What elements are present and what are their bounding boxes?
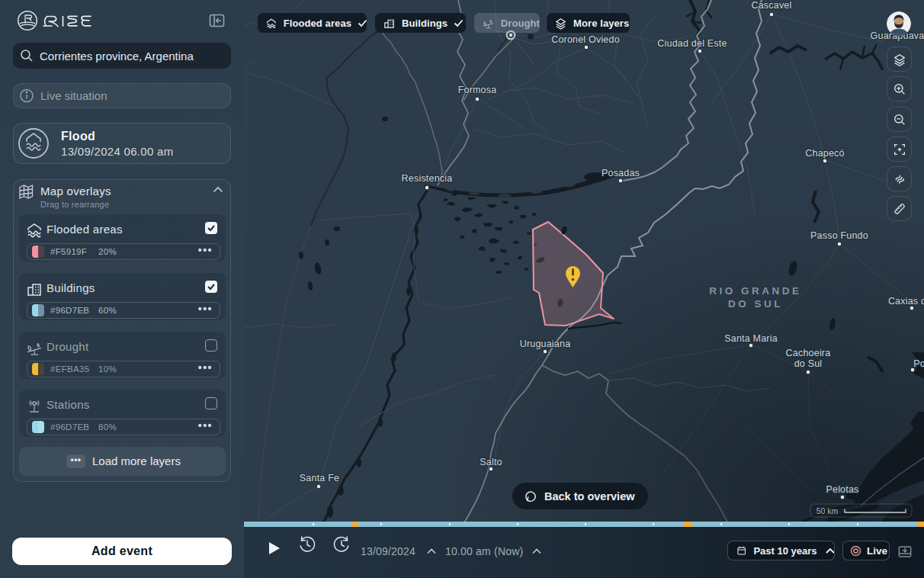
svg-text:Formosa: Formosa xyxy=(458,85,497,95)
svg-text:Salto: Salto xyxy=(480,457,502,467)
svg-text:Santa Fe: Santa Fe xyxy=(300,473,339,483)
svg-text:Passo Fundo: Passo Fundo xyxy=(810,230,868,241)
svg-text:RIO GRANDE: RIO GRANDE xyxy=(709,285,801,297)
svg-text:Chapecó: Chapecó xyxy=(805,148,844,159)
svg-text:Cascavel: Cascavel xyxy=(751,0,791,11)
svg-text:50 km: 50 km xyxy=(817,506,839,515)
svg-text:Posadas: Posadas xyxy=(602,168,640,178)
svg-text:Po: Po xyxy=(913,358,924,369)
svg-text:Ciudad del Este: Ciudad del Este xyxy=(657,38,727,49)
svg-text:DO SUL: DO SUL xyxy=(728,298,783,310)
svg-text:Caxias d: Caxias d xyxy=(888,296,924,307)
svg-text:Cachoeira: Cachoeira xyxy=(786,348,831,358)
svg-text:Resistencia: Resistencia xyxy=(402,173,453,184)
svg-text:Pelotas: Pelotas xyxy=(826,484,858,495)
svg-text:do Sul: do Sul xyxy=(794,358,823,369)
svg-text:Santa Maria: Santa Maria xyxy=(724,333,778,344)
svg-text:Coronel Oviedo: Coronel Oviedo xyxy=(551,34,620,45)
svg-text:Uruguaiana: Uruguaiana xyxy=(520,339,571,349)
